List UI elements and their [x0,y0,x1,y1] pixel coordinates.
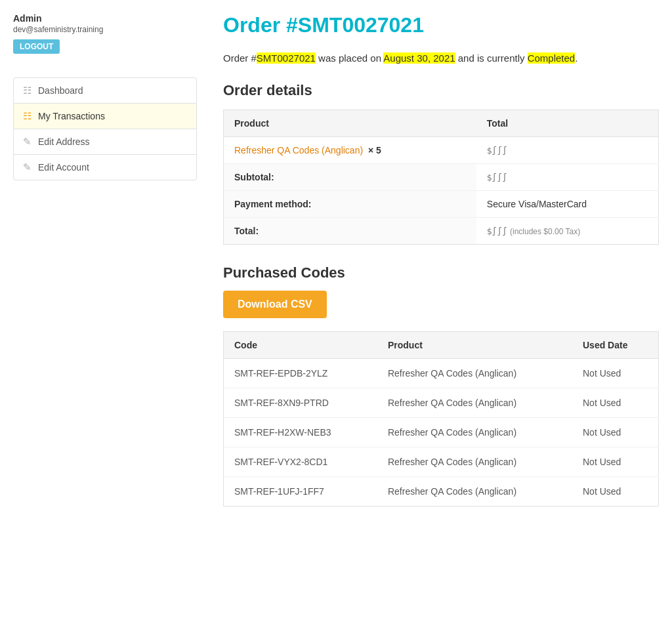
sidebar-item-my-transactions[interactable]: ☷ My Transactions [14,104,196,129]
payment-value: Secure Visa/MasterCard [476,191,659,218]
summary-prefix: Order # [223,52,257,64]
product-link[interactable]: Refresher QA Codes (Anglican) [234,145,366,155]
used-date-cell: Not Used [572,388,659,418]
total-tax-note: (includes $0.00 Tax) [510,227,580,236]
product-cell: Refresher QA Codes (Anglican) [377,477,572,506]
code-cell: SMT-REF-1UFJ-1FF7 [224,477,377,506]
col-header-product: Product [224,110,476,137]
transactions-icon: ☷ [23,110,32,122]
total-value: $∫∫∫ [487,226,507,236]
used-date-cell: Not Used [572,447,659,477]
table-row: SMT-REF-H2XW-NEB3 Refresher QA Codes (An… [224,418,659,447]
total-row: Total: $∫∫∫ (includes $0.00 Tax) [224,218,659,245]
product-cell: Refresher QA Codes (Anglican) [377,447,572,477]
sidebar-item-label-transactions: My Transactions [38,111,105,121]
table-row: SMT-REF-EPDB-2YLZ Refresher QA Codes (An… [224,359,659,388]
code-cell: SMT-REF-VYX2-8CD1 [224,447,377,477]
table-row: SMT-REF-VYX2-8CD1 Refresher QA Codes (An… [224,447,659,477]
logout-button[interactable]: LOGOUT [13,39,60,54]
purchased-codes-title: Purchased Codes [223,264,659,281]
product-cell: Refresher QA Codes (Anglican) [377,359,572,388]
code-cell: SMT-REF-H2XW-NEB3 [224,418,377,447]
summary-suffix: . [575,52,578,64]
code-cell: SMT-REF-EPDB-2YLZ [224,359,377,388]
used-date-cell: Not Used [572,477,659,506]
order-date: August 30, 2021 [383,52,455,64]
col-product: Product [377,332,572,359]
product-name: Refresher QA Codes (Anglican) [234,145,363,155]
code-cell: SMT-REF-8XN9-PTRD [224,388,377,418]
product-qty: × 5 [368,145,381,155]
user-name: Admin [13,13,197,24]
user-section: Admin dev@safeministry.training LOGOUT [13,13,197,67]
sidebar-item-label-edit-address: Edit Address [38,136,90,147]
order-details-title: Order details [223,82,659,99]
summary-status-prefix: and is currently [455,52,528,64]
page-title: Order #SMT0027021 [223,13,659,37]
sidebar-item-edit-account[interactable]: ✎ Edit Account [14,155,196,180]
subtotal-row: Subtotal: $∫∫∫ [224,164,659,191]
subtotal-label: Subtotal: [234,172,274,182]
main-content: Order #SMT0027021 Order #SMT0027021 was … [210,13,659,626]
total-label: Total: [234,226,259,236]
sidebar: Admin dev@safeministry.training LOGOUT ☷… [13,13,210,626]
order-id: SMT0027021 [257,52,316,64]
used-date-cell: Not Used [572,418,659,447]
subtotal-value: $∫∫∫ [487,173,507,182]
payment-label: Payment method: [234,199,311,209]
sidebar-item-label-edit-account: Edit Account [38,162,89,173]
sidebar-item-edit-address[interactable]: ✎ Edit Address [14,129,196,155]
table-row: SMT-REF-1UFJ-1FF7 Refresher QA Codes (An… [224,477,659,506]
table-row: SMT-REF-8XN9-PTRD Refresher QA Codes (An… [224,388,659,418]
download-csv-button[interactable]: Download CSV [223,291,327,318]
user-email: dev@safeministry.training [13,25,197,34]
sidebar-nav: ☷ Dashboard ☷ My Transactions ✎ Edit Add… [13,77,197,180]
order-product-row: Refresher QA Codes (Anglican) × 5 $∫∫∫ [224,137,659,164]
edit-account-icon: ✎ [23,161,32,173]
codes-table: Code Product Used Date SMT-REF-EPDB-2YLZ… [223,331,659,506]
sidebar-item-dashboard[interactable]: ☷ Dashboard [14,78,196,104]
order-status: Completed [528,52,576,64]
order-details-table: Product Total Refresher QA Codes (Anglic… [223,110,659,245]
used-date-cell: Not Used [572,359,659,388]
edit-address-icon: ✎ [23,136,32,148]
dashboard-icon: ☷ [23,85,32,96]
payment-row: Payment method: Secure Visa/MasterCard [224,191,659,218]
sidebar-item-label-dashboard: Dashboard [38,85,83,96]
summary-mid: was placed on [316,52,383,64]
col-header-total: Total [476,110,659,137]
col-code: Code [224,332,377,359]
order-summary: Order #SMT0027021 was placed on August 3… [223,51,659,66]
col-used-date: Used Date [572,332,659,359]
product-cell: Refresher QA Codes (Anglican) [377,388,572,418]
product-cell: Refresher QA Codes (Anglican) [377,418,572,447]
product-price: $∫∫∫ [487,146,507,155]
